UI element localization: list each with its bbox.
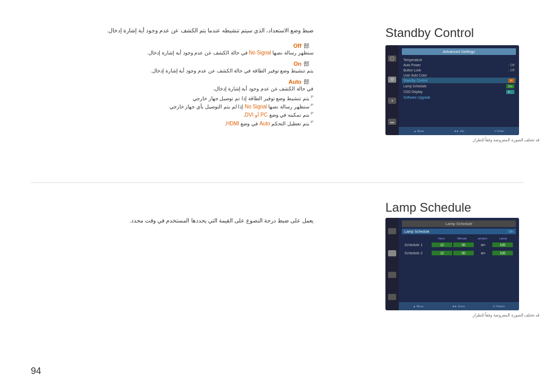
lamp-header-label: Lamp Schedule (404, 230, 430, 233)
off-label: Off (293, 43, 302, 49)
sched2-lamp: 100 (492, 251, 513, 255)
mi-temp-label: Temperature (403, 58, 422, 62)
sched2-minute: 00 (453, 251, 474, 255)
lamp-btn-move: ▲ Move (413, 305, 423, 308)
bullet-3: P يتم تمكينه في وضع PC أو DVI. (31, 111, 313, 118)
lamp-bottom-bar: ▲ Move ◄► Extra ⊙ Return (399, 302, 519, 310)
standby-caption: قد تختلف الصورة المعروضة وفقاً للطراز. (385, 138, 540, 142)
col-minute: Minute (452, 237, 472, 240)
sched1-ampm: am (474, 243, 492, 247)
auto-desc: في حالة الكشف عن عدم وجود أية إشارة إدخا… (31, 86, 313, 91)
sched1-hour: 12 (432, 242, 452, 247)
mi-lamp-label: Lamp Schedule (403, 84, 427, 88)
mi-standby-control: Standby Control P (402, 78, 516, 83)
mi-autopower-label: Auto Power (403, 63, 421, 67)
mi-standby-label: Standby Control (403, 79, 428, 82)
lamp-header-row: Lamp Schedule : On (402, 229, 516, 234)
monitor-bottom-bar: ▲ Move ◄► Adj. ↵ Enter (399, 127, 519, 135)
no-signal-text: No Signal (249, 50, 271, 55)
auto-label-ar: 部 (304, 79, 309, 85)
mi-lamp-value: On (506, 84, 514, 88)
monitor-screen: Advanced Settings Temperature Auto Power… (399, 45, 519, 135)
lamp-menu-title: Lamp Schedule (402, 220, 516, 227)
standby-arabic-section: ضبط وضع الاستعداد، الذي سيتم تنشيطه عندم… (31, 26, 313, 128)
bullet-1: P يتم تنشيط وضع توفير الطاقة إذا تم توصي… (31, 95, 313, 101)
no-signal-2: No Signal (245, 104, 267, 109)
auto-text: Auto (260, 121, 270, 126)
btn-adj: ◄► Adj. (454, 129, 465, 133)
off-item: Off 部 ستظهر رسالة نصها No Signal في حالة… (31, 41, 313, 55)
mi-standby-value: P (508, 79, 514, 83)
mi-autopower-value: : Off (508, 63, 514, 67)
lamp-icon-1 (388, 228, 396, 234)
standby-title: Standby Control (385, 26, 540, 40)
mi-software-label: Software Upgrade (403, 96, 430, 99)
lamp-caption: قد تختلف الصورة المعروضة وفقاً للطراز. (385, 313, 540, 318)
off-label-ar: 部 (304, 43, 309, 49)
lamp-icon-3 (388, 272, 396, 278)
on-item: On 部 يتم تنشيط وضع توفير الطاقة في حالة … (31, 59, 313, 73)
sched2-hour: 12 (432, 251, 452, 255)
lamp-arabic-section: يعمل على ضبط درجة النصوع على القيمة التي… (31, 216, 313, 226)
mi-osd-display: OSD Display F... (402, 89, 516, 95)
mi-osd-value: F... (506, 90, 514, 94)
lamp-intro-text: يعمل على ضبط درجة النصوع على القيمة التي… (31, 216, 313, 226)
icon-power: ⊙ (388, 77, 396, 83)
page-number: 94 (31, 366, 41, 377)
monitor-icon-bar: ⊙ ✦ ▬ (385, 45, 399, 135)
mi-osd-label: OSD Display (403, 90, 422, 94)
lamp-btn-extra: ◄► Extra (452, 305, 465, 308)
schedule-1-row: Schedule 1 12 00 am 100 (402, 241, 516, 248)
mi-button-lock: Button Lock : Off (402, 67, 516, 72)
auto-label: Auto (289, 79, 302, 85)
mi-btnlock-label: Button Lock (403, 68, 421, 72)
on-desc: يتم تنشيط وضع توفير الطاقة في حالة الكشف… (31, 68, 313, 73)
btn-enter: ↵ Enter (494, 129, 505, 133)
lamp-title: Lamp Schedule (385, 200, 540, 215)
btn-move: ▲ Move (414, 129, 424, 133)
col-lamp: Lamp (493, 237, 513, 240)
auto-item: Auto 部 في حالة الكشف عن عدم وجود أية إشا… (31, 77, 313, 91)
mi-temperature: Temperature (402, 57, 516, 62)
col-hour: Hour (431, 237, 452, 240)
pc-dvi-text: PC أو DVI (245, 113, 268, 118)
lamp-panel: Lamp Schedule Lamp Schedule Lamp Schedul… (385, 200, 540, 318)
lamp-btn-return: ⊙ Return (493, 305, 505, 308)
lamp-screen: Lamp Schedule Lamp Schedule : On Hour Mi… (399, 218, 519, 310)
lamp-icon-2 (388, 250, 396, 256)
standby-monitor: ⊙ ✦ ▬ Advanced Settings Temperature Auto… (385, 45, 519, 135)
icon-settings: ✦ (388, 98, 396, 104)
lamp-icon-4 (388, 294, 396, 300)
lamp-icon-bar (385, 218, 399, 310)
lamp-header-value: : On (507, 230, 513, 233)
hdmi-text: HDMI (226, 121, 239, 126)
sched1-label: Schedule 1 (404, 243, 431, 247)
standby-bullets: P يتم تنشيط وضع توفير الطاقة إذا تم توصي… (31, 95, 313, 126)
sched1-lamp: 100 (492, 242, 513, 247)
sched1-minute: 00 (453, 242, 474, 247)
schedule-2-row: Schedule 2 12 00 am 100 (402, 250, 516, 256)
section-divider (31, 182, 524, 183)
col-blank (404, 237, 431, 240)
menu-title-bar: Advanced Settings (402, 48, 516, 55)
col-ampm: am/pm (472, 237, 493, 240)
icon-temp (388, 55, 396, 62)
sched2-label: Schedule 2 (404, 251, 431, 255)
bullet-4: P يتم تعطيل التحكم Auto في وضع HDMI. (31, 120, 313, 126)
off-desc: ستظهر رسالة نصها No Signal في حالة الكشف… (31, 50, 313, 55)
mi-usercolor-label: User Auto Color (403, 73, 427, 77)
menu-items-list: Temperature Auto Power : Off Button Lock… (402, 57, 516, 127)
icon-display: ▬ (388, 119, 396, 125)
mi-lamp-schedule: Lamp Schedule On (402, 83, 516, 89)
standby-panel: Standby Control ⊙ ✦ ▬ Advanced Settings (385, 26, 540, 142)
lamp-monitor: Lamp Schedule Lamp Schedule : On Hour Mi… (385, 218, 519, 310)
on-label-ar: 部 (304, 61, 309, 67)
on-label: On (293, 61, 301, 67)
mi-user-auto-color: User Auto Color (402, 72, 516, 78)
sched2-ampm: am (474, 251, 492, 255)
mi-software-upgrade: Software Upgrade (402, 95, 516, 100)
mi-auto-power: Auto Power : Off (402, 62, 516, 67)
lamp-column-headers: Hour Minute am/pm Lamp (402, 237, 516, 240)
bullet-2: P ستظهر رسالة نصها No Signal إذا لم يتم … (31, 103, 313, 109)
standby-intro-text: ضبط وضع الاستعداد، الذي سيتم تنشيطه عندم… (31, 26, 313, 35)
